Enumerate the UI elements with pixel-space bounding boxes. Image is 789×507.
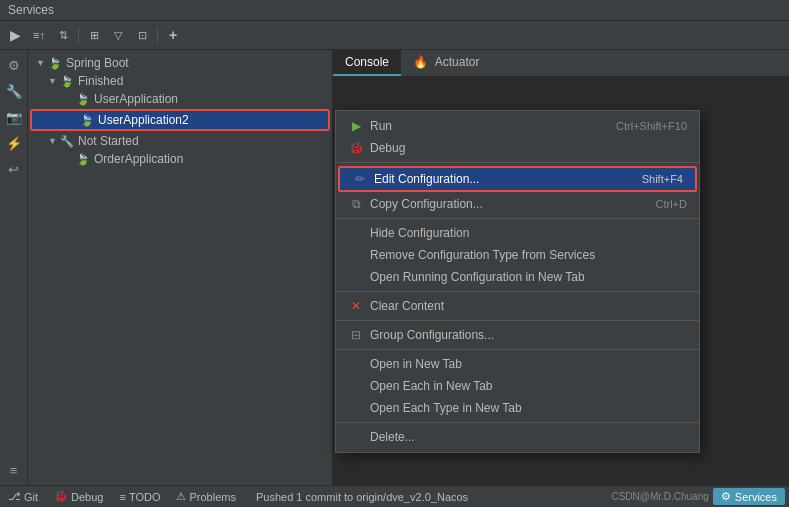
copyright-text: CSDN@Mr.D.Chuang: [611, 491, 708, 502]
menu-sep-1: [336, 162, 699, 163]
group-configs-icon: ⊟: [348, 328, 364, 342]
arrow-finished: ▼: [48, 76, 60, 86]
menu-copy-shortcut: Ctrl+D: [656, 198, 687, 210]
menu-group-left: ⊟ Group Configurations...: [348, 328, 494, 342]
tabs-bar: Console 🔥 Actuator: [333, 50, 789, 77]
tree-item-finished[interactable]: ▼ 🍃 Finished: [28, 72, 332, 90]
status-todo[interactable]: ≡ TODO: [115, 491, 164, 503]
run-menu-icon: ▶: [348, 119, 364, 133]
pin-toolbar-btn[interactable]: ⊡: [131, 24, 153, 46]
menu-edit-config-label: Edit Configuration...: [374, 172, 479, 186]
menu-hide-left: Hide Configuration: [348, 226, 469, 240]
tree-item-user-app[interactable]: ▶ 🍃 UserApplication: [28, 90, 332, 108]
menu-sep-5: [336, 349, 699, 350]
menu-debug-label: Debug: [370, 141, 405, 155]
problems-label: Problems: [189, 491, 235, 503]
tree-item-not-started[interactable]: ▼ 🔧 Not Started: [28, 132, 332, 150]
edit-config-icon: ✏: [352, 172, 368, 186]
tree-item-user-app2[interactable]: ▶ 🍃 UserApplication2: [30, 109, 330, 131]
todo-icon: ≡: [119, 491, 125, 503]
menu-item-edit-config[interactable]: ✏ Edit Configuration... Shift+F4: [338, 166, 697, 192]
user-app2-label: UserApplication2: [98, 113, 189, 127]
status-git[interactable]: ⎇ Git: [4, 490, 42, 503]
problems-icon: ⚠: [176, 490, 186, 503]
tab-console-label: Console: [345, 55, 389, 69]
menu-open-each-type-left: Open Each Type in New Tab: [348, 401, 522, 415]
order-app-icon: 🍃: [76, 153, 90, 166]
actuator-icon: 🔥: [413, 55, 428, 69]
toolbar: ▶ ≡↑ ⇅ ⊞ ▽ ⊡ +: [0, 21, 789, 50]
not-started-icon: 🔧: [60, 135, 74, 148]
menu-clear-content-label: Clear Content: [370, 299, 444, 313]
menu-open-running-label: Open Running Configuration in New Tab: [370, 270, 585, 284]
menu-open-running-left: Open Running Configuration in New Tab: [348, 270, 585, 284]
tab-console[interactable]: Console: [333, 50, 401, 76]
user-app-icon: 🍃: [76, 93, 90, 106]
menu-remove-left: Remove Configuration Type from Services: [348, 248, 595, 262]
menu-item-delete[interactable]: Delete...: [336, 426, 699, 448]
clear-content-icon: ✕: [348, 299, 364, 313]
menu-copy-config-label: Copy Configuration...: [370, 197, 483, 211]
debug-status-label: Debug: [71, 491, 103, 503]
filter-toolbar-btn[interactable]: ▽: [107, 24, 129, 46]
toolbar-sep-2: [157, 27, 158, 43]
menu-item-group-configs[interactable]: ⊟ Group Configurations...: [336, 324, 699, 346]
services-bottom-btn[interactable]: ⚙ Services: [713, 488, 785, 505]
side-icon-3[interactable]: 📷: [3, 106, 25, 128]
tree-item-order-app[interactable]: ▶ 🍃 OrderApplication: [28, 150, 332, 168]
status-debug[interactable]: 🐞 Debug: [50, 490, 107, 503]
spring-boot-icon: 🍃: [48, 57, 62, 70]
status-problems[interactable]: ⚠ Problems: [172, 490, 239, 503]
debug-status-icon: 🐞: [54, 490, 68, 503]
run-toolbar-btn[interactable]: ▶: [4, 24, 26, 46]
menu-open-each-left: Open Each in New Tab: [348, 379, 493, 393]
side-icon-4[interactable]: ⚡: [3, 132, 25, 154]
menu-item-open-running[interactable]: Open Running Configuration in New Tab: [336, 266, 699, 288]
status-message: Pushed 1 commit to origin/dve_v2.0_Nacos: [248, 491, 603, 503]
git-icon: ⎇: [8, 490, 21, 503]
tree-item-spring-boot[interactable]: ▼ 🍃 Spring Boot: [28, 54, 332, 72]
menu-item-copy-config[interactable]: ⧉ Copy Configuration... Ctrl+D: [336, 193, 699, 215]
menu-item-hide-config[interactable]: Hide Configuration: [336, 222, 699, 244]
menu-item-open-each-new-tab[interactable]: Open Each in New Tab: [336, 375, 699, 397]
git-label: Git: [24, 491, 38, 503]
menu-clear-left: ✕ Clear Content: [348, 299, 444, 313]
debug-menu-icon: 🐞: [348, 141, 364, 155]
user-app2-icon: 🍃: [80, 114, 94, 127]
menu-sep-6: [336, 422, 699, 423]
status-message-text: Pushed 1 commit to origin/dve_v2.0_Nacos: [256, 491, 468, 503]
menu-remove-config-type-label: Remove Configuration Type from Services: [370, 248, 595, 262]
menu-edit-left: ✏ Edit Configuration...: [352, 172, 479, 186]
menu-item-debug[interactable]: 🐞 Debug: [336, 137, 699, 159]
side-icons-panel: ⚙ 🔧 📷 ⚡ ↩ ≡: [0, 50, 28, 485]
side-icon-5[interactable]: ↩: [3, 158, 25, 180]
tree-panel: ▼ 🍃 Spring Boot ▼ 🍃 Finished ▶ 🍃 UserAp: [28, 50, 333, 485]
services-header: Services: [0, 0, 789, 21]
menu-item-remove-config-type[interactable]: Remove Configuration Type from Services: [336, 244, 699, 266]
align-toolbar-btn[interactable]: ⇅: [52, 24, 74, 46]
menu-item-clear-content[interactable]: ✕ Clear Content: [336, 295, 699, 317]
add-toolbar-btn[interactable]: +: [162, 24, 184, 46]
menu-item-run[interactable]: ▶ Run Ctrl+Shift+F10: [336, 115, 699, 137]
menu-item-open-each-type-new-tab[interactable]: Open Each Type in New Tab: [336, 397, 699, 419]
tab-actuator[interactable]: 🔥 Actuator: [401, 50, 491, 76]
menu-copy-left: ⧉ Copy Configuration...: [348, 197, 483, 211]
menu-sep-3: [336, 291, 699, 292]
side-icon-6[interactable]: ≡: [3, 459, 25, 481]
menu-hide-config-label: Hide Configuration: [370, 226, 469, 240]
menu-delete-left: Delete...: [348, 430, 415, 444]
menu-group-configs-label: Group Configurations...: [370, 328, 494, 342]
menu-open-new-tab-label: Open in New Tab: [370, 357, 462, 371]
menu-item-open-new-tab[interactable]: Open in New Tab: [336, 353, 699, 375]
menu-edit-shortcut: Shift+F4: [642, 173, 683, 185]
context-menu: ▶ Run Ctrl+Shift+F10 🐞 Debug ✏ Edit Conf…: [335, 110, 700, 453]
menu-open-each-new-tab-label: Open Each in New Tab: [370, 379, 493, 393]
side-icon-1[interactable]: ⚙: [3, 54, 25, 76]
order-app-label: OrderApplication: [94, 152, 183, 166]
align-top-toolbar-btn[interactable]: ≡↑: [28, 24, 50, 46]
grid-toolbar-btn[interactable]: ⊞: [83, 24, 105, 46]
menu-open-new-left: Open in New Tab: [348, 357, 462, 371]
side-icon-2[interactable]: 🔧: [3, 80, 25, 102]
menu-open-each-type-label: Open Each Type in New Tab: [370, 401, 522, 415]
user-app-label: UserApplication: [94, 92, 178, 106]
